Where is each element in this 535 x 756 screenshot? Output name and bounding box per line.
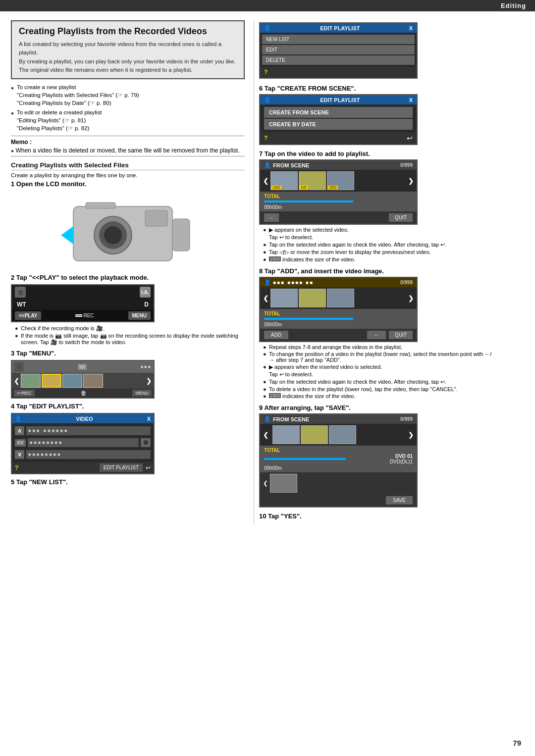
save-time: 00h00m (264, 465, 282, 471)
save-person-icon: 👤 (264, 416, 271, 422)
ep-down-arrow[interactable]: ∨ (15, 450, 24, 459)
fs-person-icon: 👤 (264, 162, 271, 168)
ep-hash[interactable]: #/# (15, 439, 26, 447)
fs-thumb-label-2: 420 (300, 186, 308, 189)
delete-btn[interactable]: DELETE (262, 55, 415, 65)
save-nav-icon[interactable]: ❮ (263, 480, 268, 487)
right-arrow[interactable]: ❯ (146, 377, 152, 385)
main-title: Creating Playlists from the Recorded Vid… (19, 26, 237, 37)
ep2-header-label: EDIT PLAYLIST (320, 25, 360, 31)
save-save-btn[interactable]: SAVE (386, 496, 413, 504)
create-by-date-btn[interactable]: CREATE BY DATE (264, 119, 413, 130)
fs-thumb-2[interactable]: 420 (299, 171, 326, 190)
menu-bottom-bar: <<REC 🗑 MENU (12, 389, 154, 398)
fs-thumb-label-3: 1920 (328, 186, 338, 189)
save-screen: 👤 FROM SCENE 0/999 ❮ ❯ TOTAL (259, 413, 418, 507)
add-right-arrow[interactable]: ❯ (408, 295, 414, 302)
ep2-x-btn[interactable]: X (409, 25, 413, 31)
eps-person-icon: 👤 (264, 97, 271, 103)
add-left-arrow[interactable]: ❮ (263, 295, 268, 302)
menu-nav: ❮ ❯ (12, 373, 154, 389)
fs-back-btn[interactable]: ← (264, 213, 279, 222)
save-total-label: TOTAL (264, 448, 280, 453)
fs-quit-btn[interactable]: QUIT (389, 213, 413, 222)
add-back-btn[interactable]: ← (367, 331, 386, 339)
fs-left-arrow[interactable]: ❮ (263, 177, 268, 185)
ep-back-icon[interactable]: ↩ (146, 464, 151, 471)
save-thumb-1[interactable] (272, 425, 300, 444)
step-5: 5 Tap "NEW LIST". (11, 478, 245, 486)
save-disc-thumb (270, 474, 297, 493)
bullet-edit: ●To edit or delete a created playlist "E… (11, 109, 245, 132)
step-2: 2 Tap "<<PLAY" to select the playback mo… (11, 274, 245, 346)
ep-x-btn[interactable]: X (147, 416, 151, 422)
svg-rect-7 (172, 219, 190, 251)
top-bar: Editing (0, 0, 535, 11)
editing-label: Editing (501, 2, 526, 9)
svg-rect-4 (145, 210, 167, 226)
edit-btn[interactable]: EDIT (262, 45, 415, 54)
menu-menu-btn[interactable]: MENU (132, 390, 152, 397)
menu-button[interactable]: MENU (128, 311, 151, 320)
ep2-question-icon[interactable]: ? (264, 69, 268, 76)
svg-marker-6 (61, 226, 73, 244)
add-time: 00h00m (264, 322, 282, 327)
thumb-2-selected[interactable] (42, 374, 61, 388)
add-quit-btn[interactable]: QUIT (389, 331, 413, 339)
add-header-label: ■■■ ■■■■ ■■ (273, 280, 314, 285)
step-8: 8 Tap "ADD", and insert the video image.… (259, 267, 496, 399)
from-scene-screen: 👤 FROM SCENE 0/999 ❮ 1920 420 (259, 159, 418, 225)
trash-icon[interactable]: 🗑 (81, 390, 87, 397)
menu-sd: SD (78, 364, 87, 370)
fs-time: 00h00m (264, 204, 282, 210)
ep-gear-icon[interactable]: ⚙ (141, 438, 151, 447)
ep-question-icon[interactable]: ? (15, 464, 18, 471)
step-1: 1 Open the LCD monitor. (11, 180, 245, 270)
svg-rect-5 (86, 202, 115, 208)
add-thumb-2[interactable] (299, 289, 326, 307)
save-count: 0/999 (400, 416, 413, 422)
add-thumb-3[interactable] (327, 289, 354, 307)
save-thumb-2[interactable] (301, 425, 328, 444)
fs-header-label: FROM SCENE (273, 162, 309, 168)
play-button[interactable]: <<PLAY (15, 311, 41, 320)
save-header-label: FROM SCENE (273, 416, 309, 422)
save-dvd-label: DVD 01 (395, 454, 413, 459)
fs-thumb-3[interactable]: 1920 (327, 171, 354, 190)
save-progress-bar (264, 458, 346, 460)
save-thumb-3[interactable] (329, 425, 356, 444)
step-6: 6 Tap "CREATE FROM SCENE". 👤 EDIT PLAYLI… (259, 85, 496, 145)
fs-right-arrow[interactable]: ❯ (408, 177, 414, 185)
add-person-icon: 👤 (264, 279, 271, 286)
edit-playlist-video-screen: 👤 VIDEO X ∧ ■■■ ■■■■■■ #/# ■■■■■■■■ (11, 413, 155, 474)
create-from-scene-btn[interactable]: CREATE FROM SCENE (264, 107, 413, 118)
intro-text-3: The original video file remains even whe… (19, 66, 237, 74)
save-right-arrow[interactable]: ❯ (408, 431, 414, 439)
fs-total-label: TOTAL (264, 194, 280, 199)
ep-header-label: VIDEO (76, 416, 93, 422)
eps-back-icon[interactable]: ↩ (407, 134, 413, 142)
ep-person-icon: 👤 (15, 415, 22, 422)
eps-x-btn[interactable]: X (409, 97, 413, 103)
left-arrow[interactable]: ❮ (14, 377, 19, 385)
add-thumb-1[interactable] (270, 289, 298, 307)
ep2-person-icon: 👤 (264, 25, 271, 31)
add-add-btn[interactable]: ADD (264, 331, 288, 339)
new-list-btn[interactable]: NEW LIST (262, 35, 415, 44)
ep-edit-playlist-btn[interactable]: EDIT PLAYLIST (100, 463, 143, 472)
menu-dots: ■■■ (141, 364, 152, 369)
camera-mode-icon: 🎥 (15, 287, 26, 298)
camera-image (58, 192, 197, 268)
add-total-label: TOTAL (264, 311, 280, 316)
step-9: 9 After arranging, tap "SAVE". 👤 FROM SC… (259, 404, 496, 507)
rec-btn[interactable]: <<REC (14, 390, 35, 397)
ia-icon: I.A. (140, 287, 151, 298)
title-box: Creating Playlists from the Recorded Vid… (11, 20, 245, 79)
eps-question-icon[interactable]: ? (264, 135, 268, 142)
save-left-arrow[interactable]: ❮ (263, 431, 268, 439)
thumb-1 (21, 374, 41, 388)
page-number: 79 (513, 739, 521, 747)
step-7: 7 Tap on the video to add to playlist. 👤… (259, 150, 496, 262)
fs-thumb-1[interactable]: 1920 (270, 171, 298, 190)
ep-up-arrow[interactable]: ∧ (15, 426, 24, 435)
